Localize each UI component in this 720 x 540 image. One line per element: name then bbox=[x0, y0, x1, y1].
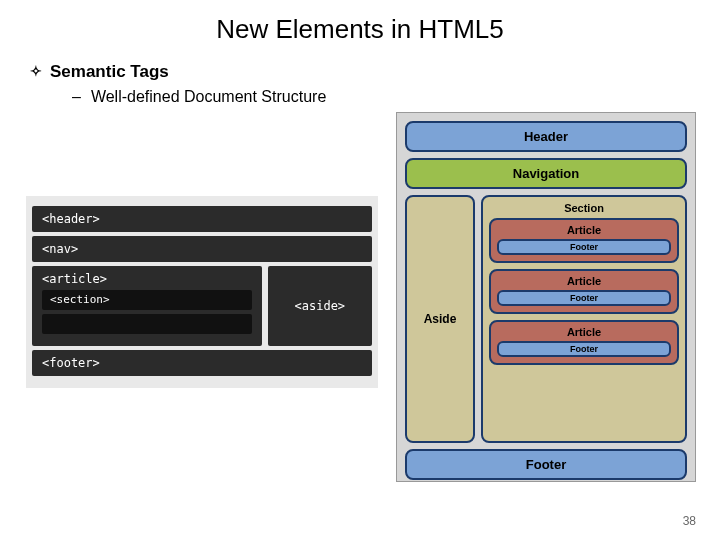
layout-article-box: Article Footer bbox=[489, 320, 679, 365]
layout-body-row: Aside Section Article Footer Article Foo… bbox=[405, 195, 687, 443]
code-section-box bbox=[42, 314, 252, 334]
code-main-left: <article> <section> bbox=[32, 266, 262, 346]
code-nav-box: <nav> bbox=[32, 236, 372, 262]
bullet-level-2: –Well-defined Document Structure bbox=[72, 88, 326, 106]
layout-article-footer: Footer bbox=[497, 239, 671, 255]
layout-article-label: Article bbox=[497, 224, 671, 236]
layout-header-box: Header bbox=[405, 121, 687, 152]
layout-article-box: Article Footer bbox=[489, 218, 679, 263]
dash-icon: – bbox=[72, 88, 81, 105]
code-section-box: <section> bbox=[42, 290, 252, 310]
code-article-label: <article> bbox=[42, 272, 252, 286]
layout-nav-box: Navigation bbox=[405, 158, 687, 189]
code-layout-diagram: <header> <nav> <article> <section> <asid… bbox=[26, 196, 378, 388]
diamond-icon: ✧ bbox=[30, 63, 42, 79]
layout-article-box: Article Footer bbox=[489, 269, 679, 314]
layout-article-footer: Footer bbox=[497, 341, 671, 357]
color-layout-diagram: Header Navigation Aside Section Article … bbox=[396, 112, 696, 482]
code-header-box: <header> bbox=[32, 206, 372, 232]
layout-article-label: Article bbox=[497, 326, 671, 338]
code-aside-box: <aside> bbox=[268, 266, 372, 346]
layout-article-footer: Footer bbox=[497, 290, 671, 306]
layout-aside-box: Aside bbox=[405, 195, 475, 443]
slide-title: New Elements in HTML5 bbox=[0, 0, 720, 45]
code-footer-box: <footer> bbox=[32, 350, 372, 376]
page-number: 38 bbox=[683, 514, 696, 528]
layout-footer-box: Footer bbox=[405, 449, 687, 480]
bullet2-text: Well-defined Document Structure bbox=[91, 88, 326, 105]
layout-article-label: Article bbox=[497, 275, 671, 287]
layout-section-label: Section bbox=[489, 202, 679, 214]
code-article-box: <article> <section> bbox=[32, 266, 262, 346]
bullet-level-1: ✧Semantic Tags bbox=[30, 62, 169, 82]
bullet1-text: Semantic Tags bbox=[50, 62, 169, 81]
layout-section-box: Section Article Footer Article Footer Ar… bbox=[481, 195, 687, 443]
code-main-row: <article> <section> <aside> bbox=[32, 266, 372, 346]
